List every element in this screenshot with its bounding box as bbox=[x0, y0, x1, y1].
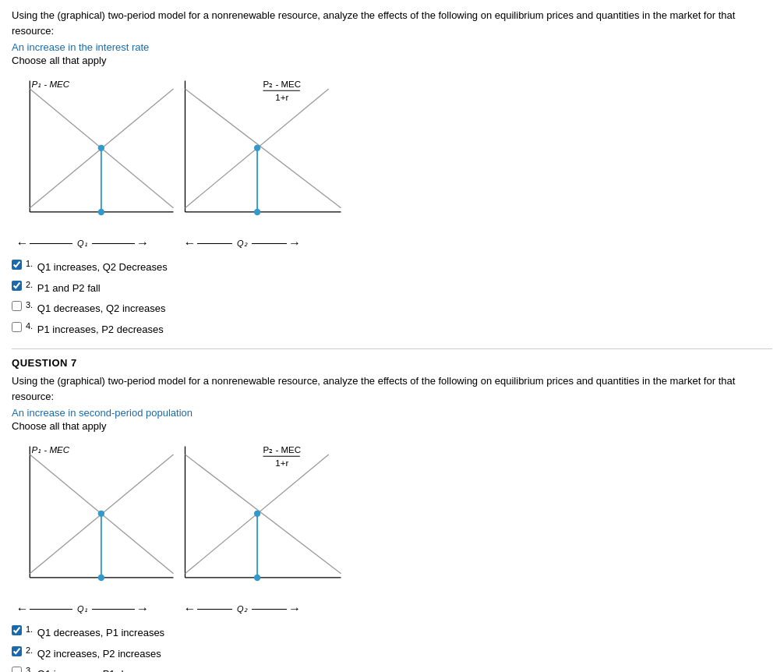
svg-line-10 bbox=[185, 89, 341, 208]
q7-axis2-label: Q₂ bbox=[237, 604, 247, 614]
option-q7-3[interactable]: 3. Q1 increases, P1 decreases bbox=[12, 665, 772, 672]
svg-text:1+r: 1+r bbox=[275, 93, 288, 102]
graph-q6-right: P₂ - MEC 1+r bbox=[179, 73, 347, 228]
question-7-choose: Choose all that apply bbox=[12, 420, 772, 432]
question-6-sub: An increase in the interest rate bbox=[12, 41, 772, 53]
svg-point-31 bbox=[254, 511, 260, 517]
question-7-description: Using the (graphical) two-period model f… bbox=[12, 373, 772, 404]
graph-q7-container: P₁ - MEC P₂ - MEC 1+r bbox=[12, 438, 347, 594]
option-q7-2[interactable]: 2. Q2 increases, P2 increases bbox=[12, 645, 772, 662]
svg-point-5 bbox=[98, 145, 104, 151]
svg-text:1+r: 1+r bbox=[275, 458, 288, 468]
svg-line-28 bbox=[185, 454, 341, 574]
question-7-sub: An increase in second-period population bbox=[12, 407, 772, 419]
svg-text:P₁ - MEC: P₁ - MEC bbox=[31, 80, 69, 89]
option-q6-1[interactable]: 1. Q1 increases, Q2 Decreases bbox=[12, 258, 772, 275]
checkbox-q6-2[interactable] bbox=[12, 281, 22, 291]
svg-text:P₂ - MEC: P₂ - MEC bbox=[263, 445, 302, 454]
q6-axis2-label: Q₂ bbox=[237, 239, 247, 249]
options-q6: 1. Q1 increases, Q2 Decreases 2. P1 and … bbox=[12, 258, 772, 337]
graph-q7-right: P₂ - MEC 1+r bbox=[179, 438, 347, 594]
graph-q6-left: P₁ - MEC bbox=[12, 73, 179, 228]
svg-point-23 bbox=[98, 511, 104, 517]
checkbox-q6-1[interactable] bbox=[12, 260, 22, 270]
svg-point-13 bbox=[254, 145, 260, 151]
checkbox-q6-3[interactable] bbox=[12, 301, 22, 311]
question-6-choose: Choose all that apply bbox=[12, 55, 772, 66]
checkbox-q7-1[interactable] bbox=[12, 625, 22, 635]
svg-point-24 bbox=[98, 575, 104, 581]
graph-q6-container: P₁ - MEC P₂ - MEC bbox=[12, 73, 347, 228]
axes-q6: ← Q₁ → ← Q₂ → bbox=[12, 236, 347, 250]
option-q7-1[interactable]: 1. Q1 decreases, P1 increases bbox=[12, 624, 772, 641]
checkbox-q7-2[interactable] bbox=[12, 646, 22, 656]
divider bbox=[12, 348, 772, 349]
svg-point-14 bbox=[254, 209, 260, 215]
option-q6-4[interactable]: 4. P1 increases, P2 decreases bbox=[12, 320, 772, 338]
svg-text:P₂ - MEC: P₂ - MEC bbox=[263, 80, 302, 89]
svg-point-6 bbox=[98, 209, 104, 215]
question-7: QUESTION 7 Using the (graphical) two-per… bbox=[12, 357, 772, 672]
graph-q7-left: P₁ - MEC bbox=[12, 438, 179, 594]
question-6: Using the (graphical) two-period model f… bbox=[12, 8, 772, 337]
options-q7: 1. Q1 decreases, P1 increases 2. Q2 incr… bbox=[12, 624, 772, 672]
checkbox-q7-3[interactable] bbox=[12, 667, 22, 672]
svg-text:P₁ - MEC: P₁ - MEC bbox=[31, 445, 69, 454]
option-q6-3[interactable]: 3. Q1 decreases, Q2 increases bbox=[12, 299, 772, 317]
svg-point-32 bbox=[254, 575, 260, 581]
axes-q7: ← Q₁ → ← Q₂ → bbox=[12, 602, 347, 616]
question-7-id: QUESTION 7 bbox=[12, 357, 772, 369]
question-6-description: Using the (graphical) two-period model f… bbox=[12, 8, 772, 38]
checkbox-q6-4[interactable] bbox=[12, 322, 22, 332]
q6-axis1-label: Q₁ bbox=[77, 239, 87, 249]
q7-axis1-label: Q₁ bbox=[77, 604, 87, 614]
option-q6-2[interactable]: 2. P1 and P2 fall bbox=[12, 279, 772, 296]
